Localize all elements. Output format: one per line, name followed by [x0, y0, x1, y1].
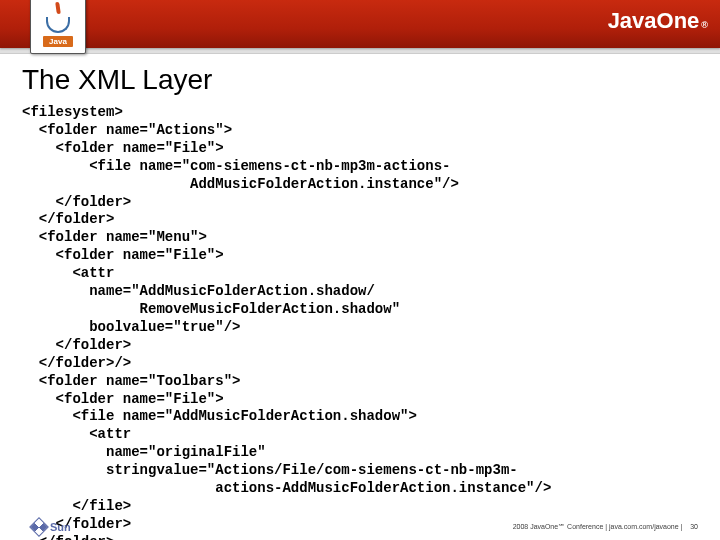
sun-logo-text: Sun: [50, 521, 71, 533]
registered-mark: ®: [701, 20, 708, 30]
java-logo-badge: Java: [30, 0, 86, 54]
page-number: 30: [690, 523, 698, 530]
brand-logo: JavaOne®: [608, 8, 708, 34]
java-cup-icon: [46, 17, 70, 33]
brand-text: JavaOne: [608, 8, 700, 34]
xml-code-block: <filesystem> <folder name="Actions"> <fo…: [22, 104, 698, 540]
slide-title: The XML Layer: [22, 64, 698, 96]
java-steam-icon: [55, 2, 61, 14]
slide-content: The XML Layer <filesystem> <folder name=…: [0, 54, 720, 540]
sun-logo: Sun: [32, 520, 71, 534]
footer-note-text: 2008 JavaOne℠ Conference | java.com.com/…: [513, 523, 683, 530]
java-badge-label: Java: [43, 36, 73, 47]
footer-note: 2008 JavaOne℠ Conference | java.com.com/…: [513, 523, 698, 531]
header-bar: Java JavaOne®: [0, 0, 720, 48]
sun-mark-icon: [29, 517, 49, 537]
footer: Sun 2008 JavaOne℠ Conference | java.com.…: [0, 520, 720, 534]
